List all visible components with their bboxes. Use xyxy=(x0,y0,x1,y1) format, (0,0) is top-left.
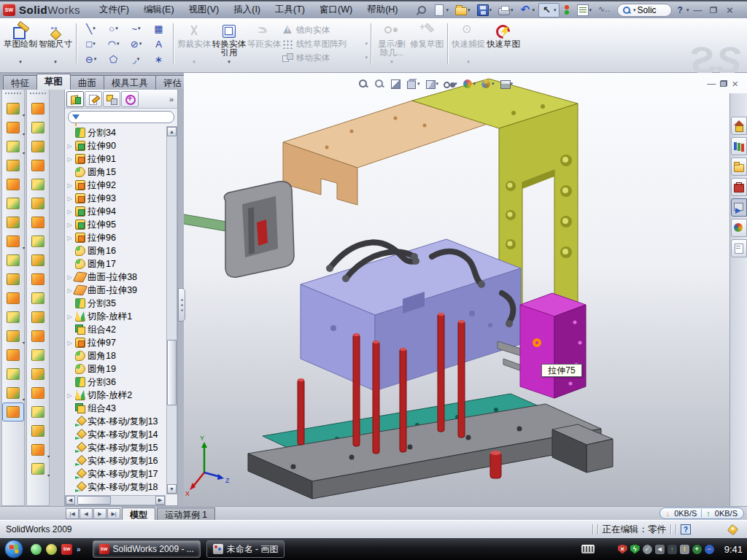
scroll-right-button[interactable]: ▶ xyxy=(155,496,165,505)
lights-button[interactable] xyxy=(560,3,573,18)
tree-item[interactable]: ▷拉伸94 xyxy=(66,205,166,218)
scroll-up-button[interactable]: ▲ xyxy=(167,127,177,136)
slot-tool[interactable]: ⊖▾ xyxy=(80,54,102,65)
toolbar-grip[interactable] xyxy=(5,93,21,96)
tag-icon[interactable] xyxy=(727,524,738,534)
arc-tool[interactable]: ◠▾ xyxy=(102,39,125,50)
tree-item[interactable]: ▷拉伸96 xyxy=(66,231,166,244)
tree-item[interactable]: ▷曲面-拉伸38 xyxy=(66,271,166,284)
tab-曲面[interactable]: 曲面 xyxy=(70,75,104,90)
replace-face-button[interactable] xyxy=(27,308,49,327)
quicklaunch-media-icon[interactable] xyxy=(46,544,57,555)
surface-reference-button[interactable]: ▾ xyxy=(27,440,49,459)
docnav-previous-button[interactable]: ◀ xyxy=(80,508,93,519)
untrim-surface-button[interactable] xyxy=(27,365,49,384)
expand-arrow[interactable]: ▷ xyxy=(66,287,73,294)
tab-configurationmanager[interactable] xyxy=(103,91,120,107)
tree-item[interactable]: 分割36 xyxy=(66,376,166,389)
flyout-arrow[interactable]: ▾ xyxy=(554,7,557,13)
reference-geometry-button[interactable]: ▾ xyxy=(2,327,24,346)
help-chevron-icon[interactable]: ▾ xyxy=(686,7,689,13)
start-button[interactable] xyxy=(4,540,23,559)
convert-entities-button[interactable]: 转换实体引用 ▾ xyxy=(212,21,247,66)
move-entities-button[interactable]: 移动实体 ▾ xyxy=(282,52,368,64)
tab-草图[interactable]: 草图 xyxy=(36,74,71,90)
sketch-button[interactable]: 草图绘制 ▾ xyxy=(3,21,38,66)
tree-item[interactable]: 分割35 xyxy=(66,297,166,310)
point-tool[interactable]: ∗ xyxy=(147,54,170,65)
tray-security-red-icon[interactable]: × xyxy=(618,545,627,554)
boundary-surface-button[interactable] xyxy=(27,175,49,194)
tree-item[interactable]: 实体-移动/复制14 xyxy=(66,428,166,441)
doc-minimize-button[interactable]: — xyxy=(707,79,716,89)
linear-sketch-pattern-button[interactable]: 线性草图阵列 ▾ xyxy=(282,38,368,50)
expand-arrow[interactable]: ▷ xyxy=(66,340,73,346)
expand-arrow[interactable]: ▷ xyxy=(66,182,73,189)
trim-entities-button[interactable]: 剪裁实体 ▾ xyxy=(177,21,212,66)
flyout-arrow[interactable]: ▾ xyxy=(138,26,141,31)
part-top-clamp-plate[interactable] xyxy=(283,101,487,205)
tree-item[interactable]: ▷切除-放样1 xyxy=(66,310,166,323)
flyout-arrow[interactable]: ▾ xyxy=(47,454,50,459)
flyout-arrow[interactable]: ▾ xyxy=(23,245,25,250)
help-button[interactable]: ? xyxy=(676,5,684,15)
polygon-tool[interactable]: ⬠ xyxy=(102,54,125,65)
draft-button[interactable] xyxy=(2,194,24,213)
tree-item[interactable]: 组合42 xyxy=(66,323,166,336)
mid-surface-button[interactable] xyxy=(27,402,49,421)
taskpane-tab-home[interactable] xyxy=(731,117,747,135)
scroll-left-button[interactable]: ◀ xyxy=(66,496,75,505)
flyout-arrow[interactable]: ▾ xyxy=(228,59,231,65)
panel-splitter-handle[interactable]: ◂◂◂ xyxy=(178,288,185,322)
tab-dimxpertmanager[interactable] xyxy=(121,91,139,107)
fillet-surface-button[interactable] xyxy=(27,384,49,402)
flyout-arrow[interactable]: ▾ xyxy=(23,131,25,136)
knit-surface-button[interactable] xyxy=(27,232,49,251)
print-button[interactable]: ▾ xyxy=(495,3,516,18)
delete-face-button[interactable] xyxy=(27,289,49,308)
sketch-fillet-tool[interactable]: ◞▾ xyxy=(125,54,147,65)
language-bar-icon[interactable] xyxy=(581,545,595,553)
flyout-arrow[interactable]: ▾ xyxy=(446,7,449,13)
quick-snaps-button[interactable]: 快速捕捉 ▾ xyxy=(451,21,486,66)
tree-item[interactable]: ▷拉伸92 xyxy=(66,179,166,192)
move-copy-body-button[interactable] xyxy=(2,308,24,327)
flyout-arrow[interactable]: ▾ xyxy=(115,26,118,31)
tree-item[interactable]: ▷拉伸97 xyxy=(66,336,166,349)
box-select-tool[interactable]: ▦ xyxy=(147,23,170,34)
scroll-down-button[interactable]: ▼ xyxy=(167,484,177,494)
tree-item[interactable]: 实体-移动/复制17 xyxy=(66,467,166,481)
new-button[interactable]: ▾ xyxy=(430,3,452,18)
circle-tool[interactable]: ○▾ xyxy=(102,23,125,34)
tray-sync-blocked-icon[interactable]: − xyxy=(705,545,714,554)
model-3d[interactable]: Y X Z xyxy=(184,73,747,506)
flyout-arrow[interactable]: ▾ xyxy=(19,59,22,65)
taskpane-tab-3d-content[interactable] xyxy=(731,219,747,237)
display-delete-relations-button[interactable]: 显示/删除几... ▾ xyxy=(374,21,409,66)
undo-button[interactable]: ▾ xyxy=(517,3,538,18)
flyout-arrow[interactable]: ▾ xyxy=(54,59,57,65)
menu-窗口(W)[interactable]: 窗口(W) xyxy=(312,1,360,18)
flyout-arrow[interactable]: ▾ xyxy=(47,472,50,478)
tree-item[interactable]: ▷曲面-拉伸39 xyxy=(66,284,166,297)
extend-surface-button[interactable] xyxy=(27,327,49,346)
rapid-sketch-button[interactable]: 快速草图 xyxy=(486,21,521,66)
flyout-arrow[interactable]: ▾ xyxy=(589,7,592,13)
tree-vertical-scrollbar[interactable]: ▲ ▼ xyxy=(166,126,177,494)
toolbar-grip[interactable] xyxy=(30,93,46,96)
tree-horizontal-scrollbar[interactable]: ◀ ▶ xyxy=(65,495,166,505)
revolved-surface-button[interactable] xyxy=(27,118,49,137)
expand-arrow[interactable]: ▷ xyxy=(66,274,73,281)
docnav-next-button[interactable]: ▶ xyxy=(93,508,107,519)
expand-arrow[interactable]: ▷ xyxy=(66,209,73,215)
offset-entities-button[interactable]: 等距实体 xyxy=(247,21,282,66)
flyout-arrow[interactable]: ▾ xyxy=(436,81,439,87)
pin-button[interactable] xyxy=(412,3,430,18)
hole-wizard-button[interactable] xyxy=(2,213,24,232)
save-button[interactable]: ▾ xyxy=(474,3,495,18)
flyout-arrow[interactable]: ▾ xyxy=(511,7,514,13)
menu-帮助(H)[interactable]: 帮助(H) xyxy=(360,1,405,18)
quick-launch-chevron[interactable]: » xyxy=(77,545,81,553)
menu-工具(T)[interactable]: 工具(T) xyxy=(268,1,312,18)
line-tool[interactable]: ╲▾ xyxy=(80,23,102,34)
